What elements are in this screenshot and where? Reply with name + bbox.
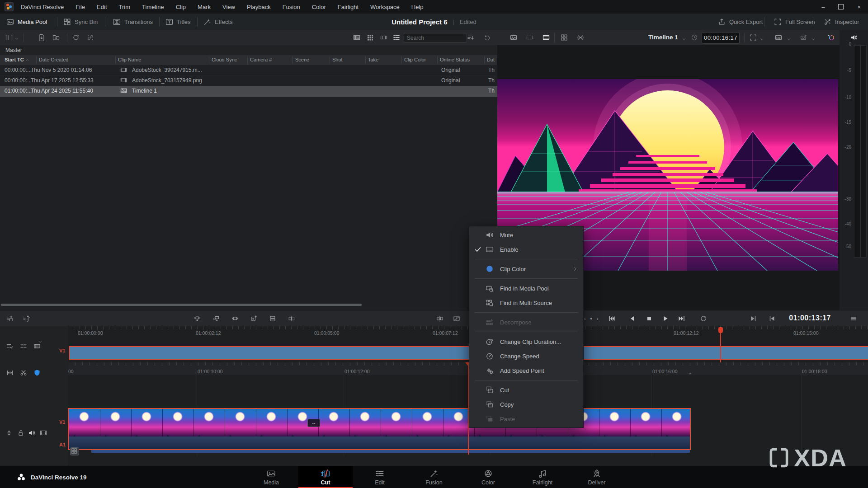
menu-item-mute[interactable]: Mute (469, 228, 583, 242)
audio-track-label[interactable]: A1 (59, 442, 66, 447)
horizontal-scrollbar[interactable] (1, 304, 362, 306)
place-on-top-icon[interactable] (269, 315, 276, 322)
mini-timeline-clip[interactable] (69, 346, 868, 360)
track-mute-icon[interactable] (28, 429, 35, 436)
jog-left-icon[interactable]: ‹ (584, 316, 586, 321)
timeline-selector[interactable]: Timeline 1 (648, 34, 678, 41)
metadata-view-icon[interactable] (353, 34, 360, 41)
menu-workspace[interactable]: Workspace (370, 4, 400, 10)
column-header-cloud-sync[interactable]: Cloud Sync (212, 57, 237, 62)
menu-item-find-in-media-pool[interactable]: Find in Media Pool (469, 281, 583, 296)
viewer-timecode[interactable]: 00:00:16:17 (702, 32, 740, 44)
toolbar-quick-export-button[interactable]: Quick Export (718, 14, 763, 30)
jog-dot-icon[interactable]: ● (590, 316, 592, 321)
page-tab-deliver[interactable]: Deliver (570, 466, 624, 488)
page-tab-color[interactable]: Color (461, 466, 515, 488)
playback-quality-icon[interactable]: HQ (775, 34, 782, 41)
column-header-take[interactable]: Take (368, 57, 378, 62)
import-folder-icon[interactable] (52, 34, 60, 41)
bin-list-chevron-icon[interactable] (14, 36, 19, 40)
resync-icon[interactable] (72, 34, 80, 41)
toolbar-effects-button[interactable]: Effects (203, 14, 233, 30)
column-header-online-status[interactable]: Online Status (440, 57, 470, 62)
track-height-icon[interactable] (5, 429, 13, 436)
page-tab-fairlight[interactable]: Fairlight (515, 466, 570, 488)
column-header-camera[interactable]: Camera # (250, 57, 272, 62)
column-header-clip-color[interactable]: Clip Color (404, 57, 426, 62)
transport-timecode[interactable]: 01:00:13:17 (788, 314, 831, 322)
search-input[interactable] (404, 33, 467, 42)
source-overwrite-icon[interactable] (288, 315, 295, 322)
jog-right-icon[interactable]: › (597, 316, 599, 321)
menu-playback[interactable]: Playback (247, 4, 271, 10)
loop-icon[interactable] (700, 315, 707, 322)
menu-item-clip-color[interactable]: Clip Color (469, 262, 583, 276)
relink-icon[interactable] (87, 34, 94, 41)
split-clips-icon[interactable] (436, 315, 443, 322)
menu-help[interactable]: Help (411, 4, 424, 10)
bin-breadcrumb[interactable]: Master (0, 45, 503, 56)
menu-item-add-speed-point[interactable]: Add Speed Point (469, 363, 583, 378)
play-icon[interactable] (662, 315, 669, 322)
track-order-icon[interactable] (20, 343, 27, 350)
maximize-button[interactable] (838, 4, 844, 9)
magic-mask-icon[interactable] (827, 34, 835, 41)
toolbar-transitions-button[interactable]: Transitions (113, 14, 153, 30)
menu-edit[interactable]: Edit (97, 4, 107, 10)
toolbar-sync-bin-button[interactable]: Sync Bin (63, 14, 98, 30)
menu-mark[interactable]: Mark (198, 4, 211, 10)
menu-item-find-in-multi-source[interactable]: Find in Multi Source (469, 296, 583, 310)
multi-source-icon[interactable] (561, 34, 568, 41)
menu-trim[interactable]: Trim (119, 4, 131, 10)
page-tab-edit[interactable]: Edit (353, 466, 407, 488)
video-track-label[interactable]: V1 (59, 419, 65, 425)
razor-icon[interactable] (20, 369, 27, 376)
menu-fusion[interactable]: Fusion (283, 4, 300, 10)
menu-item-enable[interactable]: Enable (469, 242, 583, 257)
toolbar-full-screen-button[interactable]: Full Screen (774, 14, 815, 30)
menu-item-cut[interactable]: Cut (469, 383, 583, 397)
mini-timeline-ruler[interactable]: 01:00:00:0001:00:02:1201:00:05:0001:00:0… (68, 326, 868, 338)
resolve-fx-icon[interactable] (800, 34, 807, 41)
play-reverse-icon[interactable] (628, 315, 636, 322)
insert-clip-icon[interactable] (6, 315, 14, 322)
column-header-shot[interactable]: Shot (332, 57, 343, 62)
media-pool-row[interactable]: 00:00:00:...Thu Nov 5 2020 01:14:06Adobe… (0, 65, 497, 76)
sort-icon[interactable] (467, 34, 474, 41)
track-lock-icon[interactable] (17, 429, 24, 436)
insert-audio-icon[interactable] (23, 315, 30, 322)
timeline-options-icon[interactable] (850, 315, 857, 322)
menu-item-change-clip-duration[interactable]: Change Clip Duration... (469, 334, 583, 349)
video-clip-filmstrip[interactable] (69, 409, 690, 436)
menu-item-change-speed[interactable]: Change Speed (469, 349, 583, 363)
go-to-end-icon[interactable] (678, 315, 685, 322)
media-pool-row[interactable]: 00:00:00:...Thu Apr 17 2025 12:55:33Adob… (0, 75, 497, 86)
timeline-clip[interactable]: ↔ (68, 408, 691, 450)
toolbar-titles-button[interactable]: Titles (165, 14, 191, 30)
fx-chevron-icon[interactable] (811, 36, 816, 41)
menu-item-copy[interactable]: Copy (469, 397, 583, 412)
column-header-start-tc[interactable]: Start TC (5, 57, 24, 62)
menu-clip[interactable]: Clip (176, 4, 186, 10)
source-clip-icon[interactable] (510, 34, 517, 41)
close-button[interactable]: × (857, 4, 861, 10)
undo-icon[interactable] (484, 34, 491, 41)
minimize-button[interactable]: – (821, 4, 825, 10)
timeline-view-icon[interactable] (542, 34, 550, 41)
mini-playhead-pin[interactable] (718, 327, 723, 333)
mini-playhead[interactable] (720, 331, 721, 362)
column-header-date-created[interactable]: Date Created (39, 57, 68, 62)
toolbar-media-pool-button[interactable]: Media Pool (6, 14, 47, 30)
page-tab-media[interactable]: Media (244, 466, 298, 488)
thumbnail-view-icon[interactable] (367, 34, 374, 41)
source-tape-icon[interactable] (526, 34, 533, 41)
zoom-fit-icon[interactable] (750, 34, 757, 41)
go-to-start-icon[interactable] (608, 315, 615, 322)
transition-tool-icon[interactable] (453, 315, 460, 322)
smart-insert-icon[interactable] (193, 315, 201, 322)
timeline-options-list-icon[interactable] (6, 343, 14, 350)
menu-fairlight[interactable]: Fairlight (338, 4, 359, 10)
prev-edit-icon[interactable] (769, 315, 776, 322)
trim-mode-icon[interactable] (6, 369, 14, 376)
column-header-clip-name[interactable]: Clip Name (118, 57, 141, 62)
